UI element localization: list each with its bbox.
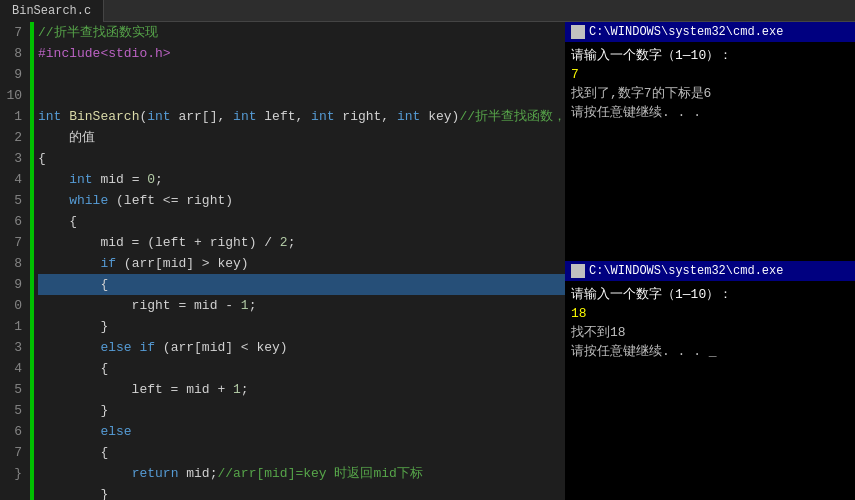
line-number: 9 [4, 64, 22, 85]
code-line: mid = (left + right) / 2; [38, 232, 855, 253]
line-number: 6 [4, 211, 22, 232]
code-line [38, 85, 855, 106]
line-number: 3 [4, 148, 22, 169]
line-number: 7 [4, 442, 22, 463]
line-number: 5 [4, 400, 22, 421]
code-line: } [38, 400, 855, 421]
code-line: { [38, 148, 855, 169]
line-number: 7 [4, 22, 22, 43]
code-line: else [38, 421, 855, 442]
code-area[interactable]: //折半查找函数实现#include<stdio.h>int BinSearch… [34, 22, 855, 500]
code-line: { [38, 274, 855, 295]
line-number: 6 [4, 421, 22, 442]
line-number: 5 [4, 190, 22, 211]
line-number: 2 [4, 127, 22, 148]
code-line: } [38, 316, 855, 337]
line-numbers: 7891012345678901345567 } [0, 22, 30, 500]
code-line: left = mid + 1; [38, 379, 855, 400]
line-number: 1 [4, 106, 22, 127]
code-line: right = mid - 1; [38, 295, 855, 316]
code-line: { [38, 211, 855, 232]
file-tab[interactable]: BinSearch.c [0, 0, 104, 22]
line-number: 10 [4, 85, 22, 106]
code-line: //折半查找函数实现 [38, 22, 855, 43]
editor-container: 7891012345678901345567 } //折半查找函数实现#incl… [0, 22, 855, 500]
line-number: } [4, 463, 22, 484]
line-number: 4 [4, 358, 22, 379]
line-number: 9 [4, 274, 22, 295]
tab-bar: BinSearch.c [0, 0, 855, 22]
code-line [38, 64, 855, 85]
code-line: 的值 [38, 127, 855, 148]
line-number: 5 [4, 379, 22, 400]
code-line: while (left <= right) [38, 190, 855, 211]
code-line: } [38, 484, 855, 500]
line-number: 7 [4, 232, 22, 253]
code-line: { [38, 442, 855, 463]
line-number: 3 [4, 337, 22, 358]
tab-label: BinSearch.c [12, 4, 91, 18]
code-line: else if (arr[mid] < key) [38, 337, 855, 358]
code-line: if (arr[mid] > key) [38, 253, 855, 274]
line-number: 8 [4, 253, 22, 274]
line-number: 4 [4, 169, 22, 190]
code-line: { [38, 358, 855, 379]
code-line: int mid = 0; [38, 169, 855, 190]
code-line: #include<stdio.h> [38, 43, 855, 64]
code-line: int BinSearch(int arr[], int left, int r… [38, 106, 855, 127]
line-number: 0 [4, 295, 22, 316]
line-number: 1 [4, 316, 22, 337]
code-line: return mid;//arr[mid]=key 时返回mid下标 [38, 463, 855, 484]
line-number: 8 [4, 43, 22, 64]
